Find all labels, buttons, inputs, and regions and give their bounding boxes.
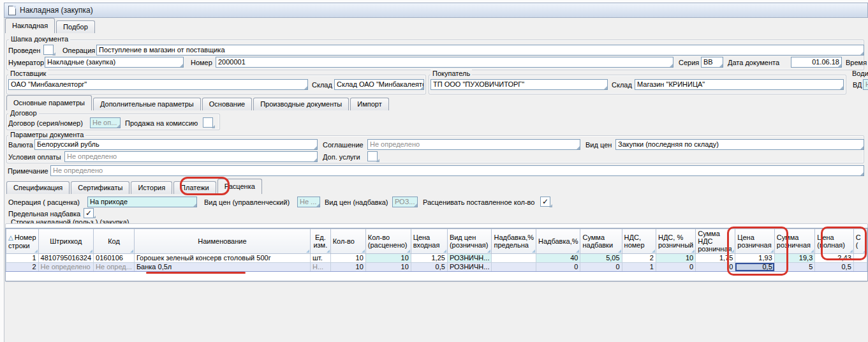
buyer-warehouse-field[interactable]: Магазин "КРИНИЦА" [635, 79, 844, 90]
buyer-group-label: Покупатель [430, 70, 472, 77]
note-label: Примечание [8, 167, 48, 175]
column-header[interactable]: Сумма надбавки [580, 229, 622, 254]
tab-podbor[interactable]: Подбор [56, 20, 95, 33]
supplier-warehouse-field[interactable]: Склад ОАО "Минбакалеяторг" [334, 79, 424, 90]
window-titlebar[interactable]: Накладная (закупка) [4, 3, 868, 18]
column-header[interactable]: Цена входная [411, 229, 447, 254]
driver-group-label: Водител [850, 70, 868, 77]
payment-field[interactable]: Не определено [64, 151, 318, 162]
payment-label: Условия оплаты [8, 153, 61, 161]
buyer-field[interactable]: ТП ООО "ПУХОВИЧИТОРГ" [430, 79, 608, 90]
supplier-field[interactable]: ОАО "Минбакалеяторг" [8, 79, 308, 90]
document-icon [8, 6, 16, 15]
annotation-circle-rascenka-tab [180, 177, 230, 195]
table-cell[interactable]: 2 [6, 263, 39, 272]
price-type-label: Вид цен [585, 141, 612, 149]
tab-osnovanie[interactable]: Основание [202, 98, 252, 110]
table-cell[interactable]: 0,5 [815, 263, 854, 272]
note-field[interactable]: Не определено [50, 165, 864, 176]
table-cell[interactable]: 10 [330, 254, 365, 263]
column-header[interactable]: Надбавка,% [536, 229, 580, 254]
column-header[interactable]: Кол-во [330, 229, 365, 254]
table-cell[interactable]: 1 [622, 263, 656, 272]
tab-import[interactable]: Импорт [350, 98, 388, 110]
table-cell[interactable]: 0,5 [411, 263, 447, 272]
table-cell[interactable]: Банка 0,5л [134, 263, 310, 272]
table-cell[interactable]: 10 [656, 254, 695, 263]
proveden-checkbox[interactable] [43, 45, 54, 55]
tab-proizvodnye-dokumenty[interactable]: Производные документы [253, 98, 349, 110]
column-header[interactable]: НДС, % розничный [656, 229, 695, 254]
annotation-underline-banka [146, 272, 246, 274]
column-header[interactable]: Наименование [134, 229, 310, 254]
sort-ascending-icon: △ [8, 234, 13, 241]
number-field[interactable]: 2000001 [216, 57, 673, 68]
table-cell[interactable]: 10 [330, 263, 365, 272]
numerator-field[interactable]: Накладные (закупка) [45, 57, 184, 68]
contract-label: Договор (серия/номер) [8, 119, 83, 127]
commission-checkbox[interactable] [203, 117, 213, 128]
table-cell[interactable]: 0 [580, 263, 622, 272]
currency-label: Валюта [8, 141, 33, 149]
table-cell[interactable]: 10 [365, 254, 411, 263]
table-cell[interactable]: 5,05 [580, 254, 622, 263]
markup-price-label: Вид цен (надбавка) [325, 198, 388, 206]
tab-osnovnye-parametry[interactable]: Основные параметры [6, 95, 92, 110]
table-cell[interactable] [492, 254, 536, 263]
date-field[interactable]: 01.06.18 [791, 57, 842, 68]
reprice-checkbox[interactable]: ✓ [540, 197, 550, 207]
markup-price-field[interactable]: РОЗ... [392, 197, 418, 207]
table-cell[interactable]: 0 [536, 263, 580, 272]
supplier-warehouse-label: Склад [312, 81, 332, 89]
currency-field[interactable]: Белорусский рубль [34, 139, 318, 150]
table-cell[interactable]: 10 [365, 263, 411, 272]
tab-istoriya[interactable]: История [131, 181, 172, 194]
tab-specifikaciya[interactable]: Спецификация [6, 181, 70, 194]
table-cell[interactable]: 1 [6, 254, 39, 263]
reprice-label: Расценивать поставленное кол-во [423, 198, 534, 206]
tab-nakladnaya[interactable]: Накладная [5, 18, 55, 33]
table-cell[interactable]: шт. [311, 254, 331, 263]
tab-dopolnitelnye-parametry[interactable]: Дополнительные параметры [93, 98, 201, 110]
table-cell[interactable]: 0160106 [94, 254, 135, 263]
agreement-label: Соглашение [323, 141, 364, 149]
table-cell[interactable]: 2 [622, 254, 656, 263]
mgmt-price-label: Вид цен (управленческий) [204, 198, 290, 206]
table-cell[interactable]: 40 [536, 254, 580, 263]
table-cell[interactable]: 1,25 [411, 254, 447, 263]
column-header[interactable]: Вид цен (розничная) [447, 229, 492, 254]
column-header[interactable]: Кол-во (расценено) [365, 229, 411, 254]
table-cell[interactable]: РОЗНИЧН... [447, 263, 492, 272]
column-header[interactable]: Ед. изм. [311, 229, 331, 254]
table-cell[interactable]: 0 [656, 263, 695, 272]
operation-field[interactable]: Поступление в магазин от поставщика [96, 45, 864, 56]
table-cell[interactable]: 4810795016324 [38, 254, 94, 263]
supplier-group-label: Поставщик [8, 70, 48, 77]
window-title: Накладная (закупка) [20, 6, 93, 15]
column-header[interactable]: Код [94, 229, 135, 254]
table-cell[interactable] [853, 263, 867, 272]
table-cell[interactable]: Не определено [38, 263, 94, 272]
driver-vd-field[interactable]: Не о [863, 79, 868, 90]
checkmark-icon: ✓ [542, 197, 548, 206]
services-checkbox[interactable] [367, 151, 378, 161]
table-cell[interactable] [492, 263, 536, 272]
table-cell[interactable]: Не опред... [94, 263, 135, 272]
table-cell[interactable]: РОЗНИЧН... [447, 254, 492, 263]
main-tabstrip: Накладная Подбор [5, 18, 96, 33]
column-header[interactable]: НДС, номер [622, 229, 656, 254]
agreement-field[interactable]: Не определено [367, 139, 580, 150]
limit-markup-checkbox[interactable]: ✓ [84, 208, 94, 218]
price-type-field[interactable]: Закупки (последняя по складу) [615, 139, 864, 150]
column-header[interactable]: Надбавка,% предельна [492, 229, 536, 254]
column-header[interactable]: △Номер строки [6, 229, 39, 254]
contract-field[interactable]: Не оп... [90, 117, 121, 128]
table-cell[interactable]: Горошек зеленый консерв столовый 500г [134, 254, 310, 263]
pricing-operation-field[interactable]: На приходе [87, 197, 197, 207]
column-header[interactable]: Штрихкод [38, 229, 94, 254]
tab-sertifikaty[interactable]: Сертификаты [71, 181, 129, 194]
table-cell[interactable]: Н... [311, 263, 331, 272]
mgmt-price-field[interactable]: Не ... [297, 197, 320, 207]
series-field[interactable]: ВВ [701, 57, 723, 68]
numerator-label: Нумератор [8, 59, 44, 66]
